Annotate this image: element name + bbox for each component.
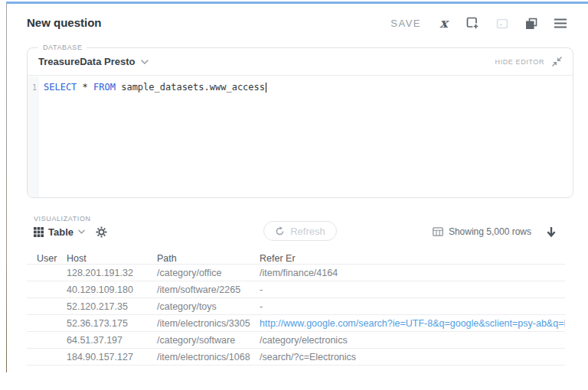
refresh-label: Refresh	[290, 226, 325, 237]
sql-keyword: FROM	[93, 82, 116, 93]
table-row: 64.51.37.197 /category/software /categor…	[27, 332, 565, 349]
column-header-host[interactable]: Host	[67, 253, 157, 264]
table-header-row: User Host Path Refer Er	[27, 252, 565, 265]
table-row: 52.36.173.175 /item/electronics/3305 htt…	[27, 315, 565, 332]
database-selector[interactable]: TreasureData Presto	[38, 56, 149, 67]
table-row: 52.120.217.35 /category/toys -	[27, 298, 565, 315]
cell-referrer: /search/?c=Electronics	[260, 352, 565, 362]
visualization-section-label: VISUALIZATION	[34, 215, 91, 223]
cell-host: 128.201.191.32	[67, 268, 157, 278]
column-header-referrer[interactable]: Refer Er	[260, 253, 565, 264]
column-header-path[interactable]: Path	[157, 253, 260, 264]
cell-referrer: -	[260, 301, 565, 312]
add-to-dashboard-icon[interactable]	[466, 17, 479, 30]
collapse-icon	[552, 57, 562, 67]
sql-table-ref: sample_datasets.www_access	[116, 82, 265, 93]
cell-host: 52.120.217.35	[67, 301, 157, 312]
cell-referrer[interactable]: http://www.google.com/search?ie=UTF-8&q=…	[260, 318, 565, 329]
line-number-gutter: 1	[28, 76, 39, 197]
left-edge-line	[6, 3, 7, 372]
results-table: User Host Path Refer Er 128.201.191.32 /…	[27, 252, 565, 366]
column-header-user[interactable]: User	[27, 253, 67, 264]
cell-path: /item/software/2265	[157, 284, 260, 295]
table-body: 128.201.191.32 /category/office /item/fi…	[27, 265, 565, 366]
top-accent-line	[6, 2, 588, 4]
visualization-type-label: Table	[48, 226, 74, 238]
sql-keyword: SELECT	[44, 82, 77, 93]
cell-path: /category/software	[157, 335, 260, 346]
refresh-button[interactable]: Refresh	[263, 221, 337, 241]
table-grid-icon	[34, 227, 44, 237]
save-button[interactable]: SAVE	[390, 18, 421, 29]
table-row: 184.90.157.127 /item/electronics/1068 /s…	[27, 349, 565, 366]
chevron-down-icon	[78, 229, 85, 234]
chevron-down-icon	[141, 60, 149, 64]
table-row: 40.129.109.180 /item/software/2265 -	[27, 281, 565, 298]
page-title: New question	[27, 16, 102, 29]
sql-star: *	[77, 82, 93, 93]
cell-host: 40.129.109.180	[67, 284, 157, 295]
sql-code-line[interactable]: SELECT * FROM sample_datasets.www_access	[39, 76, 573, 197]
sql-editor[interactable]: 1 SELECT * FROM sample_datasets.www_acce…	[28, 76, 573, 197]
hide-editor-button[interactable]: HIDE EDITOR	[495, 57, 562, 67]
hide-editor-label: HIDE EDITOR	[495, 58, 544, 66]
download-icon[interactable]	[546, 226, 557, 238]
cell-path: /item/electronics/3305	[157, 318, 260, 329]
line-number: 1	[32, 83, 37, 92]
table-icon	[433, 227, 443, 236]
row-count-label: Showing 5,000 rows	[449, 226, 531, 237]
cell-path: /category/toys	[157, 301, 260, 312]
cell-referrer: /category/electronics	[260, 335, 565, 346]
cell-referrer: /item/finance/4164	[260, 268, 565, 278]
preview-icon[interactable]	[495, 17, 508, 30]
refresh-icon	[275, 226, 285, 236]
settings-gear-icon[interactable]	[96, 226, 107, 238]
row-count-area: Showing 5,000 rows	[433, 223, 557, 240]
page: New question SAVE x	[0, 0, 588, 390]
query-editor-card: DATABASE TreasureData Presto HIDE EDITOR	[27, 47, 573, 198]
cell-path: /item/electronics/1068	[157, 352, 260, 362]
toolbar: SAVE x	[390, 17, 567, 30]
cell-host: 52.36.173.175	[67, 318, 157, 329]
database-name: TreasureData Presto	[38, 56, 135, 67]
cell-path: /category/office	[157, 268, 260, 278]
visualization-type-picker[interactable]: Table	[34, 223, 107, 240]
data-reference-icon[interactable]	[524, 17, 537, 30]
menu-icon[interactable]	[554, 17, 567, 30]
editor-card-header: TreasureData Presto HIDE EDITOR	[28, 48, 573, 76]
cell-host: 64.51.37.197	[67, 335, 157, 346]
variables-icon[interactable]: x	[437, 17, 450, 30]
cell-host: 184.90.157.127	[67, 352, 157, 362]
cell-referrer: -	[260, 284, 565, 295]
table-row: 128.201.191.32 /category/office /item/fi…	[27, 265, 565, 281]
text-cursor	[266, 83, 266, 93]
